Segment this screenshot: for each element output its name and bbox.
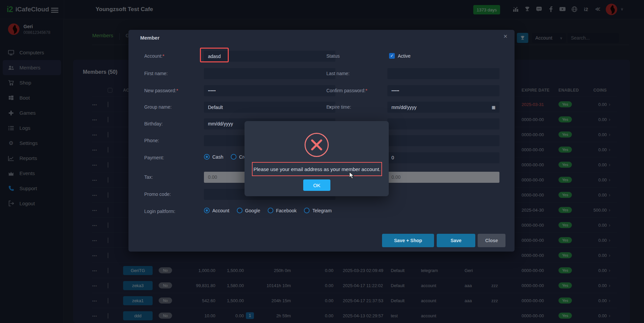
tax-label: Tax: xyxy=(144,174,153,180)
save-shop-button[interactable]: Save + Shop xyxy=(382,234,434,247)
error-circle-x-icon xyxy=(305,133,329,157)
payment-cash-label: Cash xyxy=(212,154,223,160)
login-facebook-label: Facebook xyxy=(276,208,297,213)
expire-time-label: Expire time: xyxy=(326,104,351,110)
email-input[interactable] xyxy=(387,118,499,129)
close-button[interactable]: Close xyxy=(478,234,505,247)
app-root: i2 iCafeCloud Youngzsoft Test Cafe 1373 … xyxy=(0,0,644,323)
first-name-label: First name: xyxy=(144,71,168,76)
form-row-names: First name: Last name: xyxy=(128,68,515,79)
last-name-label: Last name: xyxy=(326,71,350,76)
login-telegram-label: Telegram xyxy=(312,208,332,213)
account-input[interactable] xyxy=(204,51,335,62)
first-name-input[interactable] xyxy=(204,68,335,79)
login-radio-facebook[interactable] xyxy=(268,208,273,213)
status-label: Status xyxy=(326,53,340,59)
coins-input[interactable]: 0 xyxy=(387,152,499,163)
expire-time-input[interactable]: mm/dd/yyyy ▦ xyxy=(387,102,499,113)
new-password-label: New password:* xyxy=(144,88,178,93)
login-platform-radio-group: Account Google Facebook Telegram xyxy=(204,208,336,213)
account-label: Account:* xyxy=(144,53,164,59)
error-alert-dialog: Please use your email address as your me… xyxy=(245,121,389,196)
payment-radio-credit[interactable] xyxy=(231,154,236,160)
alert-message: Please use your email address as your me… xyxy=(252,162,382,176)
login-radio-account[interactable] xyxy=(204,208,210,213)
save-button[interactable]: Save xyxy=(437,234,475,247)
close-icon[interactable]: × xyxy=(503,33,507,40)
group-name-select[interactable]: Default ∨ xyxy=(204,102,335,113)
group-name-label: Group name: xyxy=(144,104,172,110)
status-active-label: Active xyxy=(398,53,411,59)
confirm-password-label: Confirm password:* xyxy=(326,88,367,93)
calendar-icon: ▦ xyxy=(492,105,495,110)
extra-right-input[interactable] xyxy=(387,135,499,146)
payment-label: Payment: xyxy=(144,155,164,160)
promo-code-label: Promo code: xyxy=(144,192,171,197)
confirm-password-input[interactable]: •••••• xyxy=(387,85,499,96)
birthday-label: Birthday: xyxy=(144,121,163,126)
new-password-input[interactable]: •••••• xyxy=(204,85,335,96)
login-radio-google[interactable] xyxy=(237,208,243,213)
form-row-passwords: New password:* •••••• Confirm password:*… xyxy=(128,85,515,97)
login-platform-label: Login paltform: xyxy=(144,209,175,214)
tax-input-right: 0.00 xyxy=(387,172,499,183)
ok-button[interactable]: OK xyxy=(303,179,330,191)
last-name-input[interactable] xyxy=(387,68,499,79)
form-row-group-expire: Group name: Default ∨ Expire time: mm/dd… xyxy=(128,102,515,113)
payment-radio-cash[interactable] xyxy=(204,154,210,160)
phone-label: Phone: xyxy=(144,138,159,143)
modal-title: Member xyxy=(140,35,160,41)
group-name-value: Default xyxy=(208,105,223,110)
form-row-login-platform: Login paltform: Account Google Facebook … xyxy=(128,206,515,217)
login-account-label: Account xyxy=(212,208,229,213)
status-checkbox[interactable]: ✓ xyxy=(389,53,395,59)
expire-time-value: mm/dd/yyyy xyxy=(391,105,417,110)
login-google-label: Google xyxy=(245,208,260,213)
login-radio-telegram[interactable] xyxy=(304,208,310,213)
form-row-account: Account:* Status ✓ Active xyxy=(128,51,515,62)
